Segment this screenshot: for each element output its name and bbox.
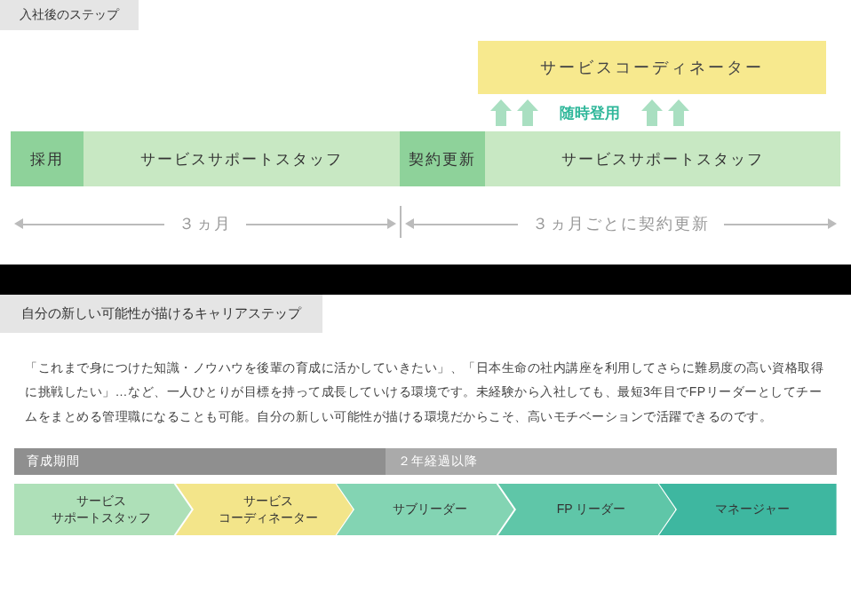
segment-adopt: 採用	[11, 131, 84, 186]
up-arrow-icon	[517, 99, 538, 126]
section-divider	[0, 265, 851, 295]
up-arrow-icon	[668, 99, 689, 126]
career-step-label: FP リーダー	[537, 501, 637, 517]
up-arrow-icon	[490, 99, 512, 126]
period-training: 育成期間	[14, 448, 386, 475]
svg-marker-1	[517, 99, 538, 126]
section1-tab: 入社後のステップ	[0, 0, 139, 30]
section2-tab: 自分の新しい可能性が描けるキャリアステップ	[0, 295, 322, 333]
timeline-left-label: ３ヵ月	[164, 213, 246, 234]
svg-marker-0	[490, 99, 512, 126]
period-bar: 育成期間 ２年経過以降	[14, 448, 837, 475]
employment-flow-bar: 採用 サービスサポートスタッフ 契約更新 サービスサポートスタッフ	[11, 131, 840, 186]
career-step-chevron: サービス コーディネーター	[176, 484, 354, 535]
career-step-label: サービス コーディネーター	[199, 493, 329, 526]
career-step-chevron: サブリーダー	[337, 484, 514, 535]
career-step-chevron: マネージャー	[659, 484, 837, 535]
segment-contract-renew: 契約更新	[400, 131, 485, 186]
timeline-right-label: ３ヵ月ごとに契約更新	[518, 213, 724, 234]
up-arrow-icon	[641, 99, 663, 126]
career-step-label: サービス サポートスタッフ	[44, 493, 162, 526]
arrow-left-icon	[405, 218, 414, 229]
segment-support-staff-2: サービスサポートスタッフ	[485, 131, 840, 186]
career-step-label: マネージャー	[696, 501, 800, 517]
svg-marker-3	[668, 99, 689, 126]
career-step-chevron: FP リーダー	[498, 484, 676, 535]
arrow-left-icon	[14, 218, 23, 229]
flow-area: サービスコーディネーター 随時登用	[0, 30, 851, 131]
timeline-left: ３ヵ月	[11, 211, 400, 236]
segment-support-staff-1: サービスサポートスタッフ	[84, 131, 400, 186]
timeline-row: ３ヵ月 ３ヵ月ごとに契約更新	[11, 209, 840, 238]
arrow-right-icon	[387, 218, 396, 229]
coordinator-box: サービスコーディネーター	[478, 41, 826, 94]
onboarding-steps-section: 入社後のステップ サービスコーディネーター 随時登用 採用 サービスサポートスタ…	[0, 0, 851, 265]
promotion-label: 随時登用	[560, 103, 620, 123]
svg-marker-2	[641, 99, 663, 126]
career-step-chevron: サービス サポートスタッフ	[14, 484, 192, 535]
arrow-right-icon	[828, 218, 837, 229]
promotion-arrow-row: 随時登用	[476, 94, 840, 131]
section2-body-text: 「これまで身につけた知識・ノウハウを後輩の育成に活かしていきたい」、「日本生命の…	[0, 333, 851, 448]
career-steps-section: 自分の新しい可能性が描けるキャリアステップ 「これまで身につけた知識・ノウハウを…	[0, 295, 851, 553]
career-chevron-row: サービス サポートスタッフサービス コーディネーターサブリーダーFP リーダーマ…	[14, 484, 837, 535]
timeline-right: ３ヵ月ごとに契約更新	[402, 211, 840, 236]
career-step-label: サブリーダー	[373, 501, 478, 517]
period-after-2-years: ２年経過以降	[386, 448, 837, 475]
